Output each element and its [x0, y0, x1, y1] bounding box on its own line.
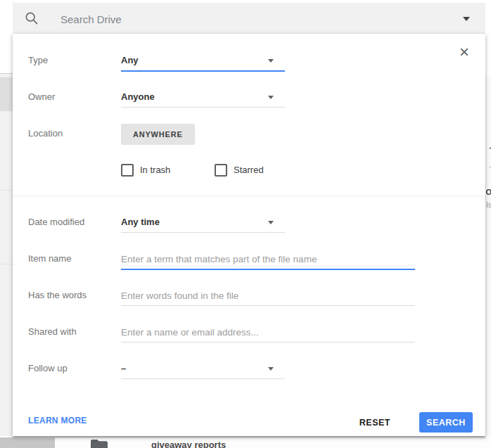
follow-up-row: Follow up –: [13, 359, 485, 380]
has-the-words-input[interactable]: [121, 286, 415, 306]
background-left-line: [0, 190, 13, 191]
follow-up-dropdown[interactable]: –: [121, 359, 285, 379]
starred-label: Starred: [234, 165, 264, 175]
type-label: Type: [28, 51, 48, 70]
location-row: Location ANYWHERE: [13, 124, 485, 145]
background-left-block: [0, 77, 13, 111]
background-right-edge: - - /O ils: [485, 77, 491, 448]
background-left-divider: [0, 73, 13, 74]
background-file-list: giveaway reports: [0, 436, 491, 448]
has-the-words-row: Has the words: [13, 286, 485, 307]
search-bar[interactable]: [13, 3, 485, 34]
follow-up-label: Follow up: [28, 359, 68, 378]
search-button[interactable]: SEARCH: [419, 412, 473, 433]
background-text-fragment: ils: [485, 201, 491, 209]
search-options-caret-icon[interactable]: [463, 17, 470, 21]
background-left-line: [0, 264, 13, 264]
learn-more-link[interactable]: LEARN MORE: [28, 416, 87, 425]
shared-with-input[interactable]: [121, 322, 415, 343]
file-name: giveaway reports: [151, 440, 226, 448]
chevron-down-icon: [268, 96, 274, 99]
owner-dropdown[interactable]: Anyone: [121, 87, 285, 108]
chevron-down-icon: [268, 221, 274, 224]
item-name-row: Item name: [13, 249, 485, 270]
checkbox-row: In trash Starred: [13, 163, 485, 176]
in-trash-label: In trash: [140, 165, 170, 175]
owner-row: Owner Anyone: [13, 87, 485, 108]
owner-value: Anyone: [121, 87, 155, 106]
date-modified-label: Date modified: [28, 212, 84, 232]
search-icon: [24, 11, 39, 29]
folder-icon: [90, 439, 108, 448]
follow-up-value: –: [121, 359, 126, 378]
item-name-input[interactable]: [121, 249, 415, 270]
chevron-down-icon: [268, 59, 274, 63]
location-label: Location: [28, 124, 63, 143]
reset-button[interactable]: RESET: [355, 412, 395, 433]
type-dropdown[interactable]: Any: [121, 51, 285, 72]
owner-label: Owner: [28, 87, 55, 107]
background-nav-block: [0, 437, 55, 448]
checkbox-box-icon: [121, 164, 134, 177]
chevron-down-icon: [268, 367, 274, 371]
date-modified-dropdown[interactable]: Any time: [121, 212, 285, 233]
date-modified-value: Any time: [121, 212, 160, 231]
advanced-search-dialog: × Type Any Owner Anyone Location ANYWHER…: [13, 34, 485, 436]
location-anywhere-button[interactable]: ANYWHERE: [121, 124, 195, 145]
shared-with-row: Shared with: [13, 322, 485, 343]
has-the-words-label: Has the words: [28, 286, 87, 305]
search-input[interactable]: [59, 8, 371, 30]
background-text-fragment: /O: [485, 188, 491, 196]
type-value: Any: [121, 51, 139, 70]
dialog-shadow: [13, 436, 485, 439]
shared-with-label: Shared with: [28, 322, 77, 342]
checkbox-box-icon: [215, 164, 227, 177]
type-row: Type Any: [13, 51, 485, 72]
date-modified-row: Date modified Any time: [13, 212, 485, 233]
background-left-edge: [0, 74, 13, 448]
section-divider: [13, 196, 485, 196]
item-name-label: Item name: [28, 249, 71, 269]
